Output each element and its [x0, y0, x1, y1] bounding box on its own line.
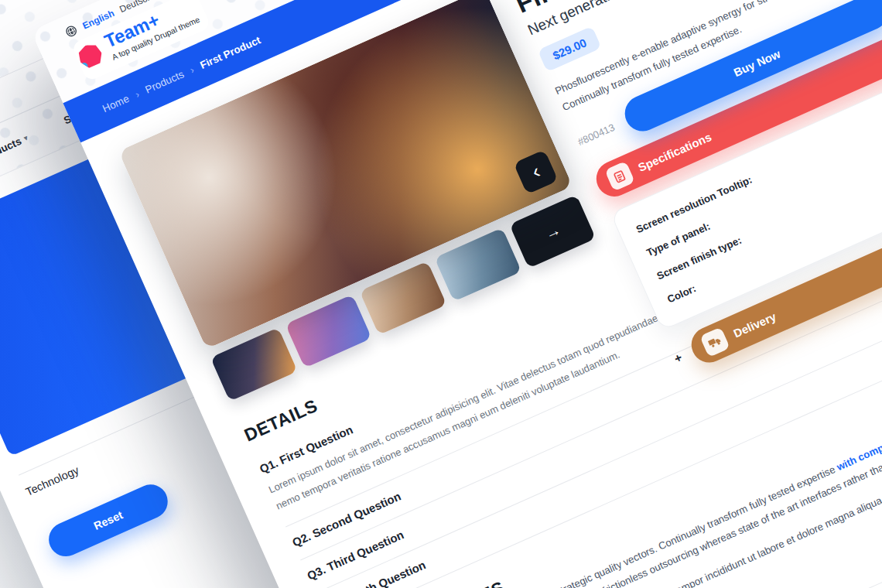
truck-icon [699, 327, 730, 358]
globe-icon [63, 23, 79, 39]
chevron-right-icon: › [188, 63, 196, 75]
nav-item-label: Products [0, 135, 23, 164]
delivery-label: Delivery [731, 309, 778, 340]
arrow-right-icon: → [542, 220, 563, 243]
gallery-prev-button[interactable]: ‹ [514, 149, 559, 194]
spec-doc-icon [604, 161, 635, 192]
reset-button[interactable]: Reset [43, 479, 173, 562]
product-sku: #800413 [576, 121, 616, 148]
chevron-down-icon: ▾ [22, 134, 29, 142]
specifications-label: Specifications [636, 130, 713, 174]
nav-item-products[interactable]: Products ▾ [0, 132, 30, 163]
logo-dot [80, 61, 89, 70]
scene: Log in Products ▾ Shop Technology Reset … [0, 0, 882, 588]
chevron-left-icon: ‹ [528, 160, 542, 181]
breadcrumb-products[interactable]: Products [143, 68, 186, 95]
chevron-right-icon: › [133, 88, 141, 100]
teamplus-logo-icon [75, 40, 106, 71]
breadcrumb-home[interactable]: Home [101, 92, 131, 114]
